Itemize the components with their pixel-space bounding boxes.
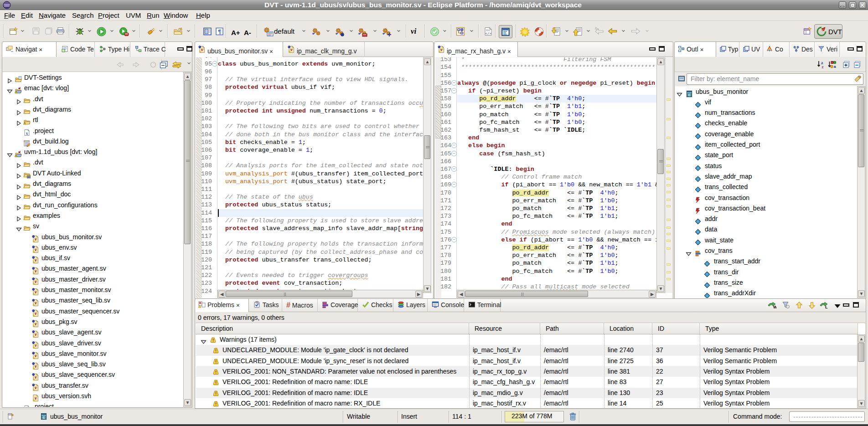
svg-text:W: W [773, 305, 776, 309]
svg-text:z: z [822, 64, 824, 69]
svg-text:v: v [35, 395, 37, 401]
svg-text:v: v [35, 257, 37, 263]
svg-text:</>: </> [485, 32, 491, 36]
svg-text:v: v [35, 310, 37, 316]
svg-text:v: v [201, 46, 203, 52]
svg-text:v: v [35, 353, 37, 358]
svg-text:v: v [35, 385, 37, 390]
svg-text:L: L [825, 305, 828, 309]
svg-text:v: v [35, 332, 37, 337]
svg-text:v: v [35, 321, 37, 326]
svg-text:v: v [35, 289, 37, 295]
svg-text:c: c [42, 415, 45, 420]
svg-text:v: v [290, 46, 293, 52]
svg-text:¶: ¶ [218, 28, 221, 35]
svg-text:v: v [35, 268, 37, 273]
svg-text:v: v [35, 236, 37, 241]
svg-text:v: v [35, 246, 37, 252]
svg-text:v: v [35, 300, 37, 305]
svg-text:v: v [35, 278, 37, 284]
svg-text:v: v [35, 364, 37, 369]
svg-text:v: v [440, 46, 443, 52]
svg-text:v: v [35, 342, 37, 348]
svg-text:v: v [35, 374, 37, 380]
svg-text:x: x [26, 131, 28, 136]
